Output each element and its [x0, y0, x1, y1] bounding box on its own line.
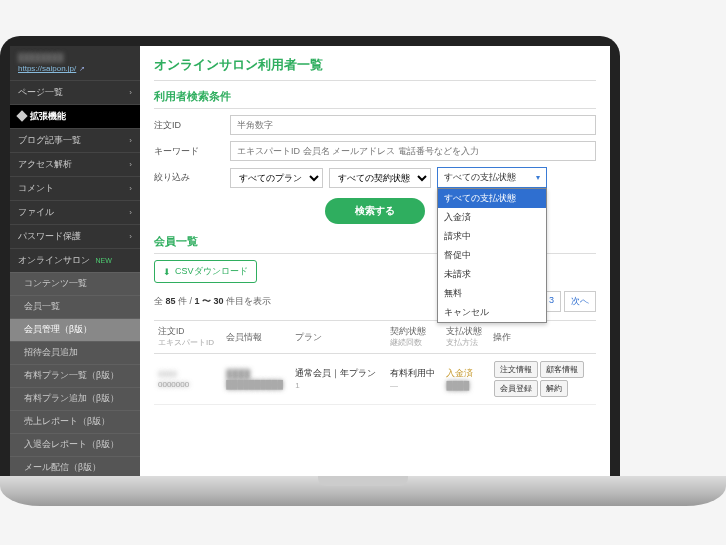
cell-member: ██████████████	[222, 354, 291, 405]
pager-next[interactable]: 次へ	[564, 291, 596, 312]
site-header: ████████ https://saipon.jp/↗	[10, 46, 140, 80]
th-payment: 支払状態支払方法	[442, 321, 489, 354]
chevron-right-icon: ›	[129, 184, 132, 193]
input-order-id[interactable]	[230, 115, 596, 135]
row-keyword: キーワード	[154, 141, 596, 161]
app-screen: ████████ https://saipon.jp/↗ ページ一覧› 拡張機能…	[10, 46, 610, 476]
th-member: 会員情報	[222, 321, 291, 354]
option-payment-paid[interactable]: 入金済	[438, 208, 546, 227]
row-filter: 絞り込み すべてのプラン すべての契約状態 すべての支払状態 ▾ すべての支払状…	[154, 167, 596, 188]
nav-salon-submenu: コンテンツ一覧 会員一覧 会員管理（β版） 招待会員追加 有料プラン一覧（β版）…	[10, 272, 140, 476]
nav-sub-members[interactable]: 会員一覧	[10, 295, 140, 318]
input-keyword[interactable]	[230, 141, 596, 161]
row-order-id: 注文ID	[154, 115, 596, 135]
main-content: オンラインサロン利用者一覧 利用者検索条件 注文ID キーワード 絞り込み すべ…	[140, 46, 610, 476]
nav-sub-member-manage[interactable]: 会員管理（β版）	[10, 318, 140, 341]
site-url-link[interactable]: https://saipon.jp/	[18, 63, 76, 74]
btn-customer-info[interactable]: 顧客情報	[540, 361, 584, 378]
chevron-right-icon: ›	[129, 232, 132, 241]
th-contract: 契約状態継続回数	[386, 321, 442, 354]
nav-blog[interactable]: ブログ記事一覧›	[10, 128, 140, 152]
option-payment-free[interactable]: 無料	[438, 284, 546, 303]
btn-register[interactable]: 会員登録	[494, 380, 538, 397]
select-payment-dropdown: すべての支払状態 入金済 請求中 督促中 未請求 無料 キャンセル	[437, 188, 547, 323]
external-link-icon: ↗	[79, 65, 85, 72]
select-payment[interactable]: すべての支払状態 ▾	[437, 167, 547, 188]
nav-sub-plan-add[interactable]: 有料プラン追加（β版）	[10, 387, 140, 410]
th-ops: 操作	[489, 321, 596, 354]
nav-sub-churn-report[interactable]: 入退会レポート（β版）	[10, 433, 140, 456]
option-payment-all[interactable]: すべての支払状態	[438, 189, 546, 208]
search-heading: 利用者検索条件	[154, 89, 596, 109]
new-badge: NEW	[96, 257, 112, 264]
chevron-right-icon: ›	[129, 160, 132, 169]
select-payment-wrap: すべての支払状態 ▾ すべての支払状態 入金済 請求中 督促中 未請求 無料 キ…	[437, 167, 547, 188]
nav-analytics[interactable]: アクセス解析›	[10, 152, 140, 176]
nav-sub-plan-list[interactable]: 有料プラン一覧（β版）	[10, 364, 140, 387]
laptop-base	[0, 476, 726, 506]
chevron-right-icon: ›	[129, 136, 132, 145]
th-order: 注文IDエキスパートID	[154, 321, 222, 354]
label-filter: 絞り込み	[154, 171, 224, 184]
btn-order-info[interactable]: 注文情報	[494, 361, 538, 378]
table-header-row: 注文IDエキスパートID 会員情報 プラン 契約状態継続回数 支払状態支払方法 …	[154, 321, 596, 354]
nav-files[interactable]: ファイル›	[10, 200, 140, 224]
cell-payment: 入金済████	[442, 354, 489, 405]
nav-password[interactable]: パスワード保護›	[10, 224, 140, 248]
member-table: 注文IDエキスパートID 会員情報 プラン 契約状態継続回数 支払状態支払方法 …	[154, 320, 596, 405]
option-payment-dunning[interactable]: 督促中	[438, 246, 546, 265]
download-icon: ⬇	[163, 267, 171, 277]
page-title: オンラインサロン利用者一覧	[154, 56, 596, 81]
select-plan[interactable]: すべてのプラン	[230, 168, 323, 188]
nav-sub-invite[interactable]: 招待会員追加	[10, 341, 140, 364]
diamond-icon	[16, 111, 27, 122]
nav-sub-contents[interactable]: コンテンツ一覧	[10, 272, 140, 295]
nav-sub-sales-report[interactable]: 売上レポート（β版）	[10, 410, 140, 433]
chevron-right-icon: ›	[129, 88, 132, 97]
search-button[interactable]: 検索する	[325, 198, 425, 224]
option-payment-unbilled[interactable]: 未請求	[438, 265, 546, 284]
chevron-down-icon: ▾	[536, 173, 540, 182]
th-plan: プラン	[291, 321, 386, 354]
option-payment-cancel[interactable]: キャンセル	[438, 303, 546, 322]
nav-sub-mail[interactable]: メール配信（β版）	[10, 456, 140, 476]
csv-download-button[interactable]: ⬇ CSVダウンロード	[154, 260, 257, 283]
label-keyword: キーワード	[154, 145, 224, 158]
nav-page-list[interactable]: ページ一覧›	[10, 80, 140, 104]
btn-cancel[interactable]: 解約	[540, 380, 568, 397]
laptop-notch	[318, 476, 408, 486]
nav-comments[interactable]: コメント›	[10, 176, 140, 200]
cell-ops: 注文情報顧客情報 会員登録解約	[489, 354, 596, 405]
table-row: 00000000000 ██████████████ 通常会員｜年プラン1 有料…	[154, 354, 596, 405]
nav-online-salon[interactable]: オンラインサロン NEW	[10, 248, 140, 272]
cell-plan: 通常会員｜年プラン1	[291, 354, 386, 405]
nav-section-extensions[interactable]: 拡張機能	[10, 104, 140, 128]
label-order-id: 注文ID	[154, 119, 224, 132]
cell-contract: 有料利用中—	[386, 354, 442, 405]
chevron-right-icon: ›	[129, 208, 132, 217]
cell-order: 00000000000	[154, 354, 222, 405]
sidebar: ████████ https://saipon.jp/↗ ページ一覧› 拡張機能…	[10, 46, 140, 476]
result-count-text: 全 85 件 / 1 〜 30 件目を表示	[154, 295, 271, 308]
select-contract[interactable]: すべての契約状態	[329, 168, 431, 188]
option-payment-billing[interactable]: 請求中	[438, 227, 546, 246]
